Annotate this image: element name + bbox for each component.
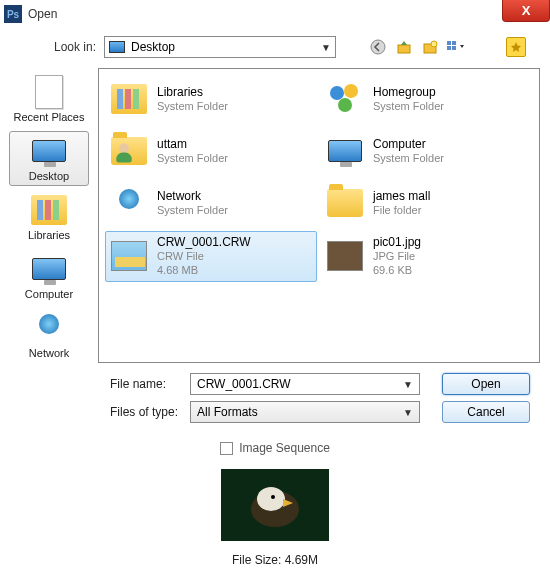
file-size-label: File Size: 4.69M <box>0 545 550 567</box>
favorites-button[interactable] <box>506 37 526 57</box>
file-item[interactable]: NetworkSystem Folder <box>105 179 317 227</box>
cancel-button[interactable]: Cancel <box>442 401 530 423</box>
file-meta: File folder <box>373 204 430 218</box>
file-meta2: 69.6 KB <box>373 264 421 278</box>
file-name: CRW_0001.CRW <box>157 235 251 250</box>
file-name: Computer <box>373 137 444 152</box>
place-recent[interactable]: Recent Places <box>9 72 89 127</box>
star-icon <box>510 41 522 53</box>
file-item[interactable]: uttamSystem Folder <box>105 127 317 175</box>
body-area: Recent Places Desktop Libraries Computer… <box>0 68 550 363</box>
file-item[interactable]: HomegroupSystem Folder <box>321 75 533 123</box>
file-meta: JPG File <box>373 250 421 264</box>
svg-point-10 <box>257 487 285 511</box>
place-label: Libraries <box>28 229 70 241</box>
file-name: Libraries <box>157 85 228 100</box>
file-name: Network <box>157 189 228 204</box>
filename-value: CRW_0001.CRW <box>197 377 291 391</box>
titlebar: Ps Open X <box>0 0 550 28</box>
preview-thumbnail <box>221 469 329 541</box>
filename-input[interactable]: CRW_0001.CRW ▼ <box>190 373 420 395</box>
svg-rect-7 <box>452 46 456 50</box>
place-label: Network <box>29 347 69 359</box>
app-icon: Ps <box>4 5 22 23</box>
filetype-label: Files of type: <box>0 405 190 419</box>
svg-rect-6 <box>447 46 451 50</box>
file-meta: System Folder <box>373 152 444 166</box>
file-item[interactable]: LibrariesSystem Folder <box>105 75 317 123</box>
close-button[interactable]: X <box>502 0 550 22</box>
chevron-down-icon: ▼ <box>403 379 413 390</box>
lookin-label: Look in: <box>0 40 96 54</box>
user-icon <box>109 131 149 171</box>
filename-label: File name: <box>0 377 190 391</box>
desktop-icon <box>109 41 125 53</box>
libraries-icon <box>109 79 149 119</box>
filetype-dropdown[interactable]: All Formats ▼ <box>190 401 420 423</box>
image-sequence-label: Image Sequence <box>239 441 330 455</box>
file-item[interactable]: CRW_0001.CRWCRW File4.68 MB <box>105 231 317 282</box>
chevron-down-icon: ▼ <box>403 407 413 418</box>
image-icon <box>109 236 149 276</box>
recent-places-icon <box>28 76 70 108</box>
file-name: Homegroup <box>373 85 444 100</box>
view-menu-button[interactable] <box>446 37 466 57</box>
place-network[interactable]: Network <box>9 308 89 363</box>
lookin-value: Desktop <box>131 40 175 54</box>
nav-icons <box>368 37 466 57</box>
svg-point-3 <box>431 41 437 47</box>
place-label: Desktop <box>29 170 69 182</box>
svg-point-11 <box>271 495 275 499</box>
back-button[interactable] <box>368 37 388 57</box>
filetype-value: All Formats <box>197 405 258 419</box>
open-button[interactable]: Open <box>442 373 530 395</box>
svg-point-0 <box>371 40 385 54</box>
file-list-pane: LibrariesSystem FolderHomegroupSystem Fo… <box>98 68 540 363</box>
desktop-icon <box>28 135 70 167</box>
file-meta: System Folder <box>373 100 444 114</box>
file-meta: CRW File <box>157 250 251 264</box>
place-label: Computer <box>25 288 73 300</box>
file-item[interactable]: james mallFile folder <box>321 179 533 227</box>
file-meta: System Folder <box>157 204 228 218</box>
up-one-level-button[interactable] <box>394 37 414 57</box>
new-folder-button[interactable] <box>420 37 440 57</box>
folder-icon <box>325 183 365 223</box>
controls: File name: CRW_0001.CRW ▼ Open Files of … <box>0 363 550 423</box>
window-title: Open <box>28 7 57 21</box>
file-name: pic01.jpg <box>373 235 421 250</box>
svg-rect-5 <box>452 41 456 45</box>
file-item[interactable]: pic01.jpgJPG File69.6 KB <box>321 231 533 282</box>
computer-icon <box>28 253 70 285</box>
eagle-icon <box>221 469 329 541</box>
file-item[interactable]: ComputerSystem Folder <box>321 127 533 175</box>
file-meta: System Folder <box>157 100 228 114</box>
place-label: Recent Places <box>14 111 85 123</box>
preview-row <box>0 463 550 545</box>
place-libraries[interactable]: Libraries <box>9 190 89 245</box>
file-name: james mall <box>373 189 430 204</box>
lookin-dropdown[interactable]: Desktop ▼ <box>104 36 336 58</box>
svg-rect-4 <box>447 41 451 45</box>
network-icon <box>28 312 70 344</box>
homegroup-icon <box>325 79 365 119</box>
place-desktop[interactable]: Desktop <box>9 131 89 186</box>
chevron-down-icon: ▼ <box>321 42 331 53</box>
svg-rect-1 <box>398 45 410 53</box>
photo-icon <box>325 236 365 276</box>
file-meta2: 4.68 MB <box>157 264 251 278</box>
place-computer[interactable]: Computer <box>9 249 89 304</box>
image-sequence-row: Image Sequence <box>0 429 550 463</box>
image-sequence-checkbox[interactable] <box>220 442 233 455</box>
file-meta: System Folder <box>157 152 228 166</box>
lookin-row: Look in: Desktop ▼ <box>0 28 550 68</box>
computer-icon <box>325 131 365 171</box>
places-bar: Recent Places Desktop Libraries Computer… <box>0 68 98 363</box>
network-icon <box>109 183 149 223</box>
libraries-icon <box>28 194 70 226</box>
file-name: uttam <box>157 137 228 152</box>
